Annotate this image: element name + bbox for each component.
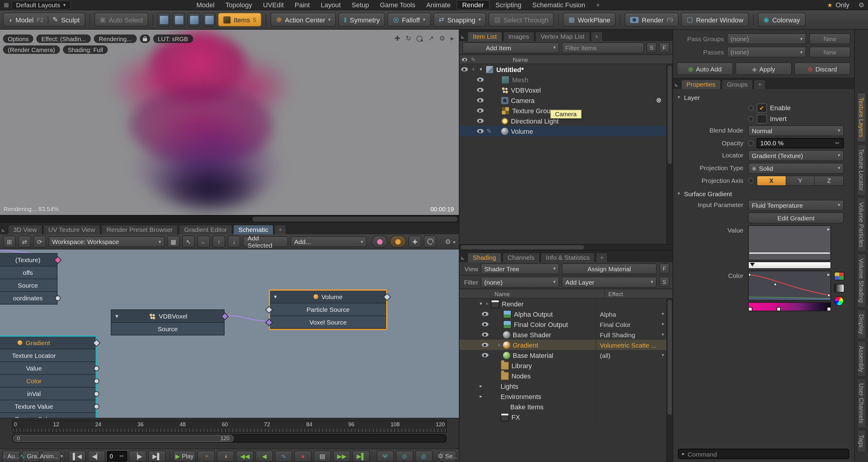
edit-flag[interactable]: ✎: [485, 128, 493, 134]
output-port[interactable]: [94, 404, 99, 409]
pass-groups-dropdown[interactable]: (none)▾: [727, 33, 806, 44]
channel-dot-icon[interactable]: [748, 140, 753, 146]
shader-row[interactable]: Base Shader Full Shading ▾: [459, 329, 666, 340]
add-layer-dropdown[interactable]: Add Layer▾: [562, 276, 657, 287]
shader-view-dropdown[interactable]: Shader Tree▾: [480, 263, 559, 274]
panel-tab[interactable]: +: [590, 31, 602, 41]
shader-row[interactable]: FX: [459, 412, 666, 422]
visibility-eye-toggle[interactable]: [475, 129, 485, 133]
item-row[interactable]: Mesh: [459, 74, 666, 85]
blend-mode-dropdown[interactable]: Normal▾: [748, 125, 844, 136]
shading-mode-selector[interactable]: Shading: Full: [63, 45, 108, 54]
gradient-key-marker[interactable]: [777, 307, 781, 311]
opacity-field[interactable]: 100.0 % ◂▸: [756, 138, 844, 148]
panel-corner-icon[interactable]: ◣: [675, 82, 678, 87]
frame-crosshair-icon[interactable]: ✚: [409, 236, 421, 248]
value-gradient-widget[interactable]: ▸: [748, 225, 831, 269]
effect-dropdown[interactable]: Effect: (Shadin...: [37, 34, 91, 43]
expander-arrow[interactable]: ▾: [477, 301, 484, 306]
current-frame-field[interactable]: 0 ◂▸: [107, 451, 127, 461]
expander-arrow[interactable]: ▸: [477, 383, 484, 389]
animate-menu-button[interactable]: Anim...▾: [42, 450, 61, 462]
visibility-eye-toggle[interactable]: [459, 67, 469, 71]
node-row[interactable]: offs: [0, 267, 58, 279]
effect-column-header[interactable]: Effect: [604, 289, 673, 298]
select-through-button[interactable]: ▨ Select Through: [489, 13, 554, 27]
output-port-diamond[interactable]: [93, 339, 100, 347]
shader-row[interactable]: ▸ Lights: [459, 381, 666, 391]
panel-tab[interactable]: Gradient Editor: [179, 225, 232, 234]
item-row[interactable]: ✎ Volume: [459, 126, 666, 136]
side-tab[interactable]: Assembly: [857, 341, 866, 377]
node-row[interactable]: oordinates: [0, 292, 58, 305]
node-row[interactable]: Value: [0, 362, 96, 375]
step-back-keys-button[interactable]: ◀◀: [236, 450, 254, 462]
collapse-arrow-icon[interactable]: ▼: [273, 294, 278, 300]
panel-tab[interactable]: Vertex Map List: [535, 31, 590, 41]
side-tab[interactable]: Texture Locator: [857, 144, 866, 195]
auto-add-button[interactable]: ⊕ Auto Add: [677, 62, 733, 75]
shader-filter-dropdown[interactable]: (none)▾: [480, 276, 559, 287]
panel-tab[interactable]: UV Texture View: [43, 225, 100, 234]
effect-cell[interactable]: Alpha ▾: [596, 309, 666, 319]
filter-items-dropdown[interactable]: Filter Items: [562, 42, 644, 53]
falloff-button[interactable]: ◎ Falloff ▾: [388, 13, 431, 27]
action-center-button[interactable]: ⊕ Action Center ▾: [271, 13, 336, 27]
render-button[interactable]: Render F9: [625, 13, 679, 27]
flyout-arrow-icon[interactable]: ▸: [828, 226, 830, 232]
gradient-key-marker[interactable]: [748, 307, 752, 311]
grid-layout-icon[interactable]: ▦: [167, 236, 180, 248]
polygons-mode-button[interactable]: [188, 13, 200, 27]
shader-row[interactable]: Library: [459, 360, 666, 371]
zoom-tool-button[interactable]: [424, 236, 436, 248]
node-row[interactable]: Source: [111, 323, 224, 335]
visibility-eye-toggle[interactable]: [480, 322, 490, 327]
color-wheel-icon[interactable]: [834, 296, 844, 306]
enable-checkbox[interactable]: ✔: [756, 103, 767, 112]
side-tab[interactable]: User Channels: [857, 378, 866, 428]
node-header[interactable]: (Texture): [0, 253, 58, 267]
shader-row[interactable]: Nodes: [459, 371, 666, 381]
step-back-button[interactable]: ◀: [255, 450, 273, 462]
slate-button[interactable]: ▤: [314, 450, 331, 462]
shader-row[interactable]: Alpha Output Alpha ▾: [459, 309, 666, 319]
output-port-diamond[interactable]: [54, 256, 61, 264]
channel-dot-icon[interactable]: [748, 178, 753, 183]
effect-cell[interactable]: Final Color ▾: [596, 319, 666, 329]
output-port[interactable]: [94, 391, 99, 397]
align-up-icon[interactable]: ↑: [213, 236, 225, 248]
channel-dot-icon[interactable]: [748, 105, 753, 111]
new-pass-button[interactable]: New: [809, 47, 850, 58]
s-button[interactable]: S: [659, 277, 670, 287]
graph-editor-button[interactable]: ∿Gra...: [22, 450, 40, 462]
node-header[interactable]: Gradient: [0, 337, 96, 349]
color-gradient-bar[interactable]: [748, 302, 831, 311]
symmetry-button[interactable]: ‖ Symmetry: [339, 13, 385, 27]
rig-button[interactable]: Ψ: [376, 450, 394, 462]
input-parameter-dropdown[interactable]: Fluid Temperature▾: [748, 199, 844, 210]
edit-flag[interactable]: +: [469, 66, 477, 73]
menu-item[interactable]: Game Tools: [375, 1, 420, 9]
flyout-arrow-icon[interactable]: ▸: [451, 34, 454, 42]
camera-selector[interactable]: (Render Camera): [3, 45, 60, 54]
flyout-arrow-icon[interactable]: ▸: [828, 272, 830, 277]
output-port[interactable]: [94, 366, 99, 371]
color-gradient-widget[interactable]: ▸: [748, 270, 831, 311]
step-forward-button[interactable]: ▶▌: [352, 450, 370, 462]
scrollbar-thumb[interactable]: [461, 245, 584, 249]
panel-tab[interactable]: Groups: [721, 79, 753, 89]
rendering-dropdown[interactable]: Rendering...: [94, 34, 136, 43]
node-row[interactable]: Texture Color: [0, 413, 96, 419]
pink-overlay-toggle[interactable]: [372, 236, 388, 248]
align-left-icon[interactable]: ←: [197, 236, 210, 248]
spinner-icons[interactable]: ◂▸: [835, 141, 840, 145]
visibility-eye-toggle[interactable]: [475, 78, 485, 82]
visibility-eye-toggle[interactable]: [468, 302, 477, 306]
menu-item[interactable]: Setup: [347, 1, 374, 9]
play-button[interactable]: ▶Play: [174, 450, 196, 462]
name-column-header[interactable]: Name: [459, 290, 604, 297]
visibility-eye-toggle[interactable]: [477, 363, 487, 368]
menu-item[interactable]: Layout: [316, 1, 346, 9]
workspace-dropdown[interactable]: Workspace: Workspace▾: [49, 236, 165, 247]
panel-tab[interactable]: Shading: [467, 252, 501, 262]
